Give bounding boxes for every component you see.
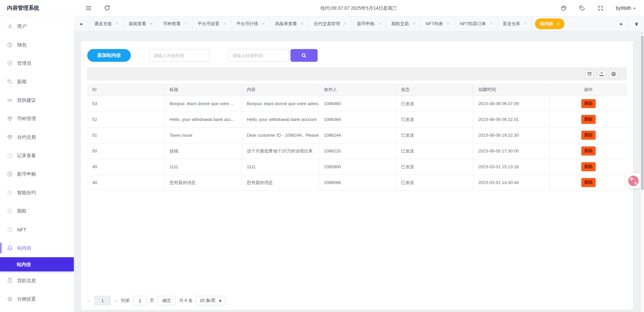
delete-button[interactable]: 删除	[581, 178, 596, 187]
sidebar-item-smart-contract[interactable]: 智能合约	[0, 183, 74, 202]
next-page-button[interactable]: ›	[114, 298, 118, 304]
sidebar-item-wallet[interactable]: 钱包	[0, 36, 74, 54]
sidebar-item-messages[interactable]: 站内信	[0, 239, 74, 257]
close-icon[interactable]: ×	[223, 21, 226, 26]
close-icon[interactable]: ×	[490, 21, 493, 26]
sidebar-item-distribution[interactable]: 分销设置	[0, 290, 74, 308]
user-menu[interactable]: by99dh ▾	[616, 5, 635, 11]
close-icon[interactable]: ×	[344, 21, 347, 26]
delete-button[interactable]: 删除	[581, 131, 596, 140]
tab-platform-coin-market[interactable]: 平台币行情×	[231, 16, 270, 31]
delete-button[interactable]: 删除	[581, 162, 596, 171]
sidebar-item-news[interactable]: 新闻	[0, 73, 74, 91]
col-title: 标题	[164, 84, 241, 96]
translate-icon: 中 A	[628, 176, 639, 186]
tab-coin-view[interactable]: 币种查看×	[158, 16, 193, 31]
sidebar-item-users[interactable]: 用户	[0, 17, 74, 36]
refresh-icon[interactable]	[104, 5, 111, 11]
total-count-label: 共 6 条	[179, 298, 193, 304]
export-button[interactable]	[597, 70, 606, 79]
sidebar-item-suggestions[interactable]: 投拆建议	[0, 91, 74, 109]
sidebar-item-label: NFT	[17, 227, 26, 232]
close-icon[interactable]: ×	[378, 21, 381, 26]
sidebar-item-new-coin[interactable]: 新币申购	[0, 165, 74, 183]
end-time-input[interactable]	[228, 49, 288, 62]
sidebar-item-contract-trade[interactable]: 合约交易	[0, 128, 74, 146]
sidebar-item-records[interactable]: 记录查看	[0, 146, 74, 165]
scrollbar-thumb[interactable]	[641, 36, 644, 190]
gem-icon	[7, 116, 13, 122]
add-message-button[interactable]: 添加站内信	[87, 49, 131, 62]
sidebar-subitem-messages[interactable]: 站内信	[0, 257, 74, 271]
table-row: 51Taxes issueDear customer ID - 1086244 …	[87, 127, 627, 143]
table-row: 50搞钱这个月最低要做个20万的业绩出来1086233已发送2023-06-05…	[87, 143, 627, 159]
close-icon[interactable]: ×	[184, 21, 187, 26]
sidebar-item-coin-manage[interactable]: 币种管理	[0, 109, 74, 128]
close-icon[interactable]: ×	[301, 21, 304, 26]
scrollbar-up-arrow[interactable]: ▲	[640, 31, 644, 35]
start-time-input[interactable]	[149, 49, 210, 62]
history-icon	[7, 227, 13, 232]
sidebar-item-label: 分销设置	[17, 296, 36, 302]
sidebar-item-label: 投拆建议	[17, 97, 36, 103]
fullscreen-icon[interactable]	[597, 5, 604, 11]
sidebar: 内容管理系统 用户 钱包 管理员 新闻 投拆建议 币种管理 合约交易	[0, 0, 74, 312]
prev-page-button[interactable]: ‹	[87, 298, 91, 304]
sidebar-item-options[interactable]: 期权	[0, 202, 74, 220]
tab-new-coin[interactable]: 新币申购×	[352, 16, 386, 31]
goto-page-input[interactable]	[133, 296, 147, 305]
delete-button[interactable]: 删除	[581, 99, 596, 108]
tab-platform-coin-settings[interactable]: 平台币设置×	[193, 16, 231, 31]
sidebar-item-nft[interactable]: NFT	[0, 220, 74, 239]
tab-nft-auction-orders[interactable]: NFT拍卖订单×	[455, 16, 498, 31]
sidebar-item-loans[interactable]: 贷款信息	[0, 271, 74, 290]
page-size-select[interactable]: 20 条/页 ∨	[196, 296, 225, 305]
tabs-scroll-left-button[interactable]: «	[74, 16, 89, 31]
close-icon[interactable]: ×	[447, 21, 450, 26]
vertical-scrollbar[interactable]: ▲	[640, 31, 644, 312]
table-row: 48您有新的消息您有新的消息1086068已发送2023-03-01 14:30…	[87, 175, 627, 190]
table-row: 53Bonjour, étant donné que votre ...Bonj…	[87, 96, 627, 112]
close-icon[interactable]: ×	[150, 21, 153, 26]
tab-nft-list[interactable]: NFT列表×	[421, 16, 455, 31]
sidebar-item-admin[interactable]: 管理员	[0, 54, 74, 73]
tab-blind-box[interactable]: 盲盒仓库×	[498, 16, 532, 31]
close-icon[interactable]: ×	[116, 21, 118, 26]
tab-messages-active[interactable]: 站内信×	[535, 18, 565, 29]
search-button[interactable]	[290, 49, 318, 62]
tabs-more-button[interactable]: ∨	[629, 16, 644, 31]
column-settings-button[interactable]	[585, 70, 594, 79]
delete-button[interactable]: 删除	[581, 146, 596, 155]
col-status: 状态	[396, 84, 473, 96]
confirm-page-button[interactable]: 确定	[158, 296, 176, 305]
close-icon[interactable]: ×	[262, 21, 265, 26]
open-tabs: 通道充值× 新闻查看× 币种查看× 平台币设置× 平台币行情× 风险率查看× 合…	[89, 16, 613, 31]
table-header-row: ID 标题 内容 收件人 状态 创建时间 操作	[87, 84, 627, 96]
tabs-scroll-right-button[interactable]: »	[613, 16, 629, 31]
delete-button[interactable]: 删除	[581, 115, 596, 124]
theme-palette-icon[interactable]	[560, 5, 567, 11]
tag-label-icon[interactable]	[579, 5, 585, 11]
tab-risk-rate[interactable]: 风险率查看×	[270, 16, 309, 31]
tab-options-trade[interactable]: 期权交易×	[386, 16, 421, 31]
content-card: 添加站内信 ID 标题 内容 收件人 状态 创建时间 操作	[81, 41, 633, 310]
table-row: 52Hello, your withdrawal bank acc...Hell…	[87, 112, 627, 127]
current-page[interactable]: 1	[94, 296, 111, 305]
close-icon[interactable]: ×	[413, 21, 416, 26]
close-icon[interactable]: ×	[557, 21, 560, 26]
messages-table: ID 标题 内容 收件人 状态 创建时间 操作 53Bonjour, étant…	[87, 84, 627, 191]
tab-channel-recharge[interactable]: 通道充值×	[89, 16, 124, 31]
page-size-value: 20 条/页	[200, 298, 216, 304]
history-icon	[7, 190, 13, 195]
collapse-sidebar-icon[interactable]	[85, 5, 92, 11]
close-icon[interactable]: ×	[524, 21, 527, 26]
sidebar-item-label: 钱包	[17, 42, 26, 48]
translate-widget-button[interactable]: 中 A	[626, 173, 641, 188]
header-clock: 纽约:09:37:07 2025年5月14日星期三	[321, 0, 397, 16]
print-button[interactable]	[609, 70, 618, 79]
tab-contract-trade-manage[interactable]: 合约交易管理×	[309, 16, 352, 31]
tab-news-view[interactable]: 新闻查看×	[124, 16, 158, 31]
export-icon	[599, 72, 604, 77]
col-recipient: 收件人	[319, 84, 396, 96]
top-bar: 纽约:09:37:07 2025年5月14日星期三 by99dh ▾	[74, 0, 644, 16]
